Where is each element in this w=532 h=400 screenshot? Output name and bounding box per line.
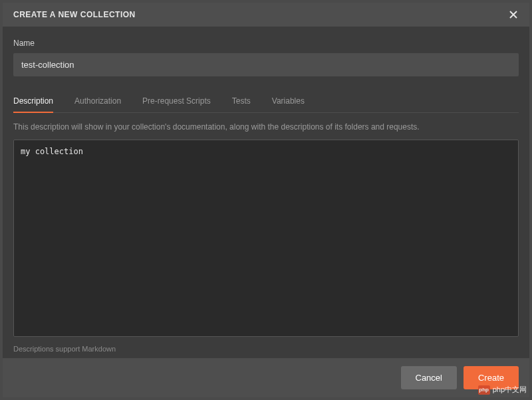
modal-header: CREATE A NEW COLLECTION bbox=[3, 3, 529, 27]
cancel-button[interactable]: Cancel bbox=[401, 366, 457, 389]
tab-pre-request-scripts[interactable]: Pre-request Scripts bbox=[142, 90, 211, 112]
description-help-text: This description will show in your colle… bbox=[13, 122, 519, 132]
create-collection-modal: CREATE A NEW COLLECTION Name Description… bbox=[3, 3, 529, 397]
tab-description[interactable]: Description bbox=[13, 90, 53, 112]
description-textarea[interactable] bbox=[13, 140, 519, 337]
tab-tests[interactable]: Tests bbox=[232, 90, 251, 112]
modal-footer: Cancel Create bbox=[3, 358, 529, 397]
close-icon[interactable] bbox=[508, 9, 519, 20]
name-input[interactable] bbox=[13, 53, 519, 76]
modal-body: Name Description Authorization Pre-reque… bbox=[3, 27, 529, 358]
create-button[interactable]: Create bbox=[464, 366, 519, 389]
markdown-hint: Descriptions support Markdown bbox=[13, 345, 519, 353]
tab-authorization[interactable]: Authorization bbox=[74, 90, 121, 112]
modal-title: CREATE A NEW COLLECTION bbox=[13, 10, 136, 19]
name-label: Name bbox=[13, 39, 519, 48]
tab-row: Description Authorization Pre-request Sc… bbox=[13, 90, 519, 113]
tab-variables[interactable]: Variables bbox=[272, 90, 305, 112]
